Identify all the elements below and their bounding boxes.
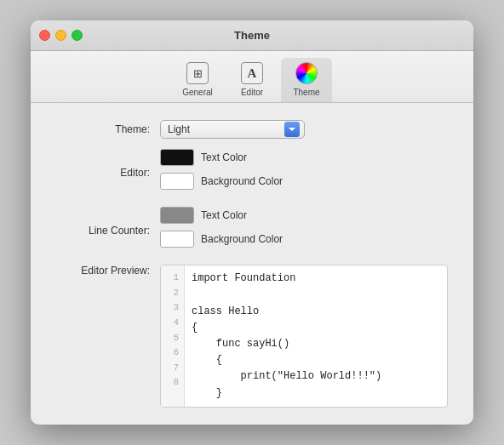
- line-num-3: 3: [166, 300, 179, 316]
- editor-color-rows: Text Color Background Color: [160, 149, 283, 197]
- theme-icon: [295, 61, 318, 85]
- close-button[interactable]: [39, 30, 50, 41]
- line-counter-label: Line Counter:: [56, 225, 150, 237]
- line-num-4: 4: [166, 316, 179, 331]
- editor-text-color-swatch[interactable]: [160, 149, 194, 166]
- line-counter-text-color-swatch[interactable]: [160, 207, 194, 224]
- toolbar: ⊞ General A Editor Theme: [31, 51, 473, 103]
- editor-section-row: Editor: Text Color Background Color: [56, 149, 448, 197]
- line-num-2: 2: [166, 286, 179, 301]
- titlebar: Theme: [31, 20, 473, 51]
- editor-bg-color-swatch[interactable]: [160, 173, 194, 190]
- editor-preview-label: Editor Preview:: [56, 265, 150, 277]
- main-window: Theme ⊞ General A Editor Theme Theme:: [31, 20, 473, 425]
- tab-general-label: General: [182, 88, 213, 97]
- traffic-lights: [39, 30, 83, 41]
- minimize-button[interactable]: [55, 30, 66, 41]
- theme-field-label: Theme:: [56, 123, 150, 135]
- code-content: import Foundation class Hello { func say…: [185, 265, 388, 407]
- line-counter-text-color-label: Text Color: [201, 209, 247, 221]
- line-num-6: 6: [166, 345, 179, 361]
- content-area: Theme: Light Dark Solarized Editor: Text…: [31, 103, 473, 425]
- maximize-button[interactable]: [72, 30, 83, 41]
- tab-editor-label: Editor: [241, 88, 263, 97]
- line-counter-bg-color-label: Background Color: [201, 233, 283, 245]
- line-num-8: 8: [166, 375, 179, 391]
- tab-theme-label: Theme: [293, 88, 319, 97]
- line-num-5: 5: [166, 331, 179, 346]
- editor-icon: A: [240, 61, 264, 85]
- editor-label: Editor:: [56, 167, 150, 179]
- editor-bg-color-row: Background Color: [160, 173, 283, 190]
- editor-preview: 1 2 3 4 5 6 7 8 import Foundation class …: [160, 265, 448, 408]
- general-icon: ⊞: [186, 61, 209, 85]
- line-counter-bg-color-row: Background Color: [160, 231, 283, 248]
- tab-general[interactable]: ⊞ General: [172, 58, 223, 102]
- line-numbers: 1 2 3 4 5 6 7 8: [161, 265, 185, 407]
- editor-text-color-label: Text Color: [201, 151, 247, 163]
- line-counter-section-row: Line Counter: Text Color Background Colo…: [56, 207, 448, 254]
- editor-text-color-row: Text Color: [160, 149, 283, 166]
- theme-select-wrapper: Light Dark Solarized: [160, 120, 305, 139]
- tab-editor[interactable]: A Editor: [226, 58, 278, 102]
- line-counter-color-rows: Text Color Background Color: [160, 207, 283, 254]
- tab-theme[interactable]: Theme: [281, 58, 332, 102]
- code-container: 1 2 3 4 5 6 7 8 import Foundation class …: [161, 265, 447, 407]
- editor-bg-color-label: Background Color: [201, 175, 283, 187]
- line-num-7: 7: [166, 361, 179, 376]
- line-counter-text-color-row: Text Color: [160, 207, 283, 224]
- editor-preview-row: Editor Preview: 1 2 3 4 5 6 7 8 import F…: [56, 265, 448, 408]
- theme-select[interactable]: Light Dark Solarized: [160, 120, 305, 139]
- line-num-1: 1: [166, 271, 179, 286]
- line-counter-bg-color-swatch[interactable]: [160, 231, 194, 248]
- theme-row: Theme: Light Dark Solarized: [56, 120, 448, 139]
- window-title: Theme: [234, 29, 270, 42]
